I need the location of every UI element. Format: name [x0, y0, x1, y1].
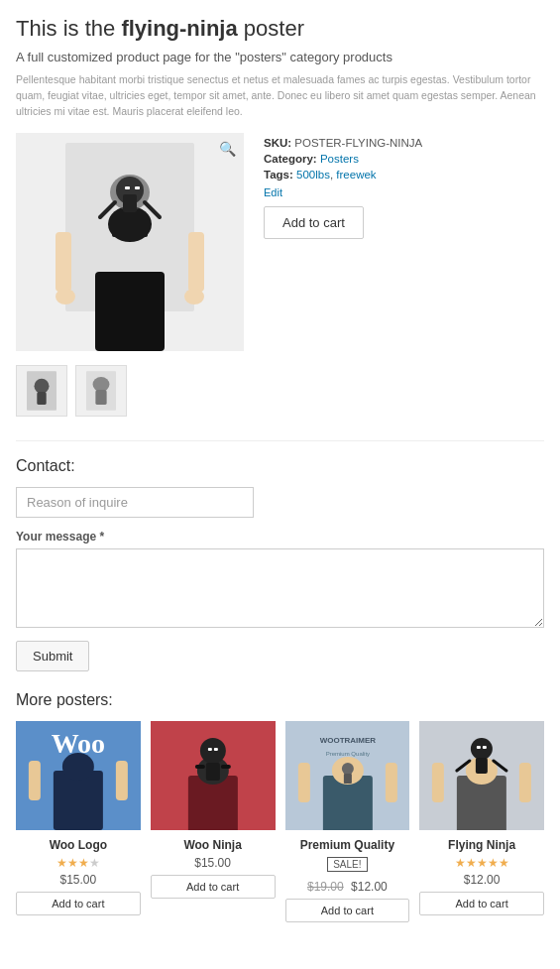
svg-rect-49 [483, 746, 487, 749]
contact-section: Contact: Reason of inquire General inqui… [16, 457, 544, 671]
poster-price-flying-ninja: $12.00 [464, 873, 501, 887]
poster-card-woo-ninja: Woo Ninja $15.00 Add to cart [151, 721, 276, 922]
poster-title-flying-ninja: Flying Ninja [448, 838, 515, 852]
svg-text:WOOTRAIMER: WOOTRAIMER [319, 736, 376, 745]
category-row: Category: Posters [264, 153, 544, 165]
divider [16, 440, 544, 441]
svg-rect-30 [208, 748, 212, 751]
more-posters-title: More posters: [16, 691, 544, 709]
svg-rect-36 [297, 763, 309, 802]
svg-rect-20 [95, 390, 106, 405]
product-details: SKU: POSTER-FLYING-NINJA Category: Poste… [264, 133, 544, 351]
poster-image-premium[interactable]: WOOTRAIMER Premium Quality [285, 721, 410, 830]
poster-card-flying-ninja: Flying Ninja ★★★★★ $12.00 Add to cart [419, 721, 544, 922]
main-product-image[interactable]: 🔍 [16, 133, 244, 351]
svg-text:Woo: Woo [52, 728, 105, 759]
svg-point-16 [35, 379, 50, 394]
reason-select-wrap: Reason of inquire General inquiry Suppor… [16, 487, 544, 518]
tags-row: Tags: 500lbs, freewek [264, 169, 544, 181]
poster-card-woo-logo: Woo Woo Logo ★★★★ $15.00 Add to cart [16, 721, 141, 922]
svg-point-28 [200, 738, 226, 764]
product-thumbnails [16, 365, 544, 417]
poster-add-btn-woo-logo[interactable]: Add to cart [16, 892, 141, 915]
svg-rect-33 [221, 765, 231, 769]
add-to-cart-button[interactable]: Add to cart [264, 206, 364, 239]
poster-price-woo-logo: $15.00 [60, 873, 97, 887]
svg-point-46 [471, 738, 493, 760]
svg-rect-37 [385, 763, 396, 802]
poster-image-woo-logo[interactable]: Woo [16, 721, 141, 830]
product-image-container: 🔍 [16, 133, 244, 351]
thumbnail-1[interactable] [16, 365, 67, 417]
svg-point-19 [93, 377, 110, 392]
poster-card-premium: WOOTRAIMER Premium Quality Premium Quali… [285, 721, 410, 922]
svg-rect-41 [343, 774, 351, 784]
tag1-link[interactable]: 500lbs [296, 169, 330, 181]
zoom-icon[interactable]: 🔍 [219, 141, 236, 157]
svg-rect-31 [214, 748, 218, 751]
svg-rect-3 [188, 232, 204, 292]
svg-rect-47 [476, 758, 488, 774]
svg-rect-7 [112, 217, 148, 237]
page-title: This is the flying-ninja poster [16, 16, 544, 42]
reason-select[interactable]: Reason of inquire General inquiry Suppor… [16, 487, 254, 518]
poster-title-woo-logo: Woo Logo [50, 838, 107, 852]
poster-image-flying-ninja[interactable] [419, 721, 544, 830]
svg-point-4 [56, 289, 75, 304]
svg-rect-44 [432, 763, 444, 802]
contact-title: Contact: [16, 457, 544, 475]
poster-price-woo-ninja: $15.00 [194, 856, 231, 870]
product-visual-svg [16, 133, 244, 351]
svg-rect-48 [477, 746, 481, 749]
svg-rect-11 [125, 186, 130, 189]
message-textarea[interactable] [16, 548, 544, 628]
product-section: 🔍 [16, 133, 544, 351]
poster-add-btn-woo-ninja[interactable]: Add to cart [151, 875, 276, 899]
svg-point-40 [341, 763, 353, 775]
poster-add-btn-flying-ninja[interactable]: Add to cart [419, 892, 544, 915]
sku-row: SKU: POSTER-FLYING-NINJA [264, 137, 544, 149]
svg-point-5 [184, 289, 204, 304]
svg-rect-32 [195, 765, 205, 769]
sale-badge: SALE! [327, 857, 367, 872]
svg-text:Premium Quality: Premium Quality [325, 751, 369, 757]
poster-title-premium: Premium Quality [300, 838, 394, 852]
svg-rect-23 [29, 761, 41, 800]
poster-image-woo-ninja[interactable] [151, 721, 276, 830]
edit-link[interactable]: Edit [264, 186, 544, 198]
tag2-link[interactable]: freewek [336, 169, 376, 181]
poster-add-btn-premium[interactable]: Add to cart [285, 899, 410, 922]
page-subtitle: A full customized product page for the "… [16, 50, 544, 64]
poster-stars-woo-logo: ★★★★ [56, 856, 100, 870]
poster-stars-flying-ninja: ★★★★★ [455, 856, 509, 870]
posters-grid: Woo Woo Logo ★★★★ $15.00 Add to cart [16, 721, 544, 922]
svg-rect-45 [519, 763, 531, 802]
poster-price-premium: $19.00 $12.00 [307, 880, 388, 894]
thumbnail-2[interactable] [75, 365, 127, 417]
svg-rect-10 [123, 194, 137, 212]
more-posters-section: More posters: Woo Woo Logo ★★★★ $15.00 A… [16, 691, 544, 922]
svg-rect-12 [135, 186, 140, 189]
lorem-text: Pellentesque habitant morbi tristique se… [16, 72, 544, 119]
svg-rect-24 [116, 761, 128, 800]
message-label: Your message * [16, 530, 544, 544]
poster-title-woo-ninja: Woo Ninja [183, 838, 241, 852]
category-link[interactable]: Posters [320, 153, 359, 165]
svg-rect-17 [37, 392, 46, 405]
submit-button[interactable]: Submit [16, 641, 89, 671]
svg-rect-29 [206, 763, 220, 781]
svg-rect-1 [95, 272, 165, 351]
svg-rect-2 [56, 232, 71, 292]
